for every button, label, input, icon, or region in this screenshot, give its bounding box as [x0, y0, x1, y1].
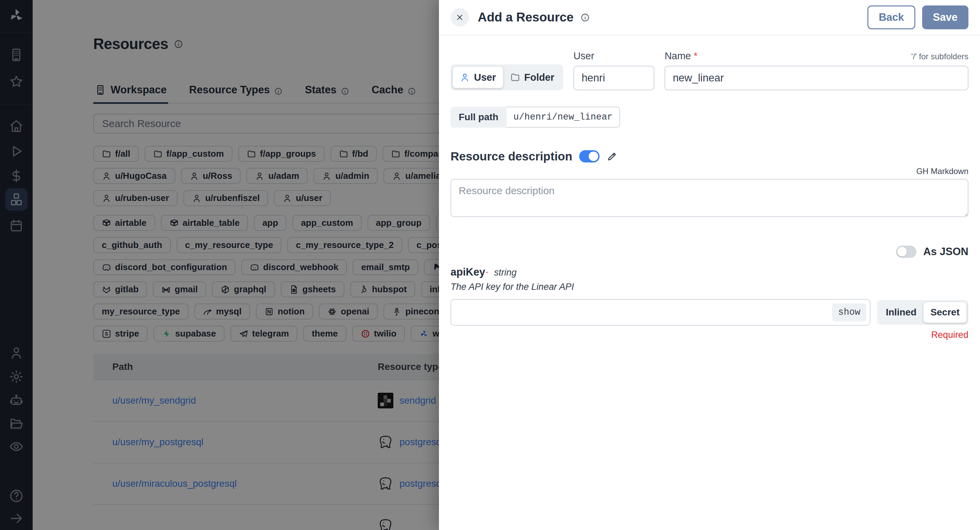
name-field-label: Name*	[665, 50, 698, 62]
owner-kind-folder-label: Folder	[524, 72, 555, 83]
required-warning: Required	[450, 330, 969, 340]
drawer-header: Add a Resource Back Save	[439, 0, 980, 35]
full-path: Full path u/henri/new_linear	[450, 107, 620, 128]
description-toggle[interactable]	[579, 150, 600, 163]
description-textarea[interactable]	[450, 179, 969, 217]
owner-kind-toggle: User Folder	[450, 64, 563, 90]
user-field-label: User	[573, 50, 654, 62]
add-resource-drawer: Add a Resource Back Save User Folder	[439, 0, 980, 530]
subfolder-hint: '/' for subfolders	[911, 52, 969, 61]
user-field[interactable]	[573, 66, 654, 90]
user-icon	[460, 72, 470, 82]
full-path-value: u/henri/new_linear	[507, 107, 620, 128]
required-asterisk: *	[694, 50, 697, 61]
markdown-hint: GH Markdown	[450, 166, 969, 176]
info-icon[interactable]	[581, 13, 590, 22]
apikey-field-type: string	[494, 267, 517, 278]
back-button[interactable]: Back	[867, 5, 915, 29]
full-path-label: Full path	[450, 107, 507, 128]
inlined-option[interactable]: Inlined	[879, 302, 923, 323]
apikey-description: The API key for the Linear API	[450, 282, 969, 292]
secret-option[interactable]: Secret	[923, 302, 967, 323]
save-button[interactable]: Save	[922, 5, 969, 29]
drawer-title: Add a Resource	[478, 10, 574, 24]
owner-kind-user[interactable]: User	[453, 66, 503, 88]
folder-icon	[510, 72, 520, 82]
as-json-label: As JSON	[923, 246, 969, 258]
drawer-body: User Folder User Name*	[439, 35, 980, 340]
description-heading: Resource description	[450, 150, 572, 163]
apikey-field-name: apiKey	[450, 266, 485, 278]
owner-kind-user-label: User	[474, 72, 496, 83]
name-field[interactable]	[665, 66, 969, 90]
show-password-button[interactable]: show	[832, 303, 866, 321]
close-button[interactable]	[450, 8, 469, 27]
close-icon	[455, 13, 464, 22]
app-root: Resources WorkspaceResource TypesStatesC…	[0, 0, 980, 530]
owner-kind-folder[interactable]: Folder	[503, 66, 562, 88]
as-json-toggle[interactable]	[896, 246, 916, 258]
apikey-input[interactable]	[450, 299, 870, 326]
secret-kind-toggle: Inlined Secret	[877, 300, 969, 325]
required-asterisk: *	[486, 271, 488, 277]
pencil-icon[interactable]	[606, 150, 618, 162]
